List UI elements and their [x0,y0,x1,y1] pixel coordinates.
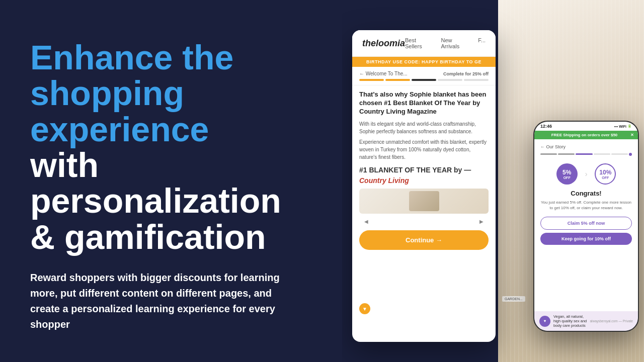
shipping-close-button[interactable]: ✕ [630,133,634,137]
phone-footer: ♥ Vegan, all natural, high quality sex a… [534,311,638,331]
tablet-content: That's also why Sophie blanket has been … [352,85,496,332]
phone-shipping-banner: FREE Shipping on orders over $50 ✕ [534,131,638,139]
reward-circle-10pct: 10% OFF [595,163,616,185]
headline-line3: with personalization [30,147,317,219]
progress-bar-4 [438,79,462,81]
reward-10pct-label: OFF [602,176,609,179]
phone-pb-5 [611,153,628,155]
nav-links: Best Sellers New Arrivals F... [405,37,486,49]
reward-5pct-label: OFF [564,176,571,179]
brand-name: loomia [376,38,405,48]
headline-line1: Enhance the [30,40,317,75]
birthday-banner: BIRTHDAY USE CODE: HAPPY BIRTHDAY TO GE [352,57,496,67]
shipping-text: FREE Shipping on orders over $50 [551,133,618,137]
scroll-left-arrow[interactable]: ◀ [364,219,368,224]
brand-logo: theloomia [362,38,405,49]
phone-signal: ▪▪▪ WiFi 🔋 [614,124,632,128]
progress-bar-1 [359,79,384,81]
footer-url: alwaysberoyal.com — Private [590,319,633,323]
phone-progress-bars [540,153,632,156]
hero-section: Enhance the shopping experience with per… [0,0,342,362]
reward-circles: 5% OFF › 10% OFF [540,163,632,185]
footer-icon-symbol: ♥ [544,319,546,323]
scroll-arrows: ◀ ▶ [359,217,489,226]
phone-back-label[interactable]: ← Our Story [540,144,632,149]
brand-prefix: the [362,38,376,48]
reward-arrow-icon: › [585,170,588,178]
nav-new-arrivals[interactable]: New Arrivals [441,37,471,49]
reward-circle-5pct: 5% OFF [556,163,578,185]
battery-icon: 🔋 [627,124,632,128]
footer-product-text: Vegan, all natural, high quality sex and… [553,314,587,328]
hero-subtitle: Reward shoppers with bigger discounts fo… [30,270,297,332]
progress-header: ← Welcome To The... Complete for 25% off [359,71,489,76]
phone-content: ← Our Story 5% OFF › [534,139,638,311]
nav-more[interactable]: F... [478,37,486,49]
phone-pb-4 [594,153,610,155]
phone-screen: 12:46 ▪▪▪ WiFi 🔋 FREE Shipping on orders… [534,122,638,331]
phone-mockup: 12:46 ▪▪▪ WiFi 🔋 FREE Shipping on orders… [533,121,639,332]
progress-bar-5 [464,79,489,81]
tablet-para1: With its elegant style and world-class c… [359,120,489,135]
keep-going-button[interactable]: Keep going for 10% off [540,233,632,245]
progress-bar-3 [412,79,436,81]
congrats-subtitle: You just earned 5% off. Complete one mor… [540,200,632,211]
scroll-right-arrow[interactable]: ▶ [479,219,484,224]
wifi-icon: WiFi [619,125,626,128]
tablet-heading: That's also why Sophie blanket has been … [359,90,489,116]
tablet-para2: Experience unmatched comfort with this b… [359,138,489,161]
congrats-title: Congrats! [540,190,632,197]
phone-pb-2 [558,153,575,155]
right-section: GARDEN... Blank... theloomia Best Seller… [342,0,644,362]
phone-time: 12:46 [540,124,552,129]
blanket-badge: #1 BLANKET OF THE YEAR by — [359,166,489,174]
garden-label: GARDEN... [502,296,525,302]
footer-brand-icon: ♥ [539,316,550,327]
tablet-navbar: theloomia Best Sellers New Arrivals F... [352,30,496,57]
progress-section: ← Welcome To The... Complete for 25% off [352,67,496,85]
headline-line4: & gamification [30,219,317,255]
progress-bar-2 [385,79,410,81]
progress-complete-label: Complete for 25% off [443,71,489,76]
blanket-image-inner [409,191,439,211]
tablet-mockup: theloomia Best Sellers New Arrivals F...… [352,30,496,342]
reward-5pct-value: 5% [562,169,571,176]
continue-button[interactable]: Continue → [359,230,489,250]
blanket-image [359,189,489,214]
main-headline: Enhance the shopping experience with per… [30,40,317,255]
scroll-down-chevron[interactable]: ▼ [359,303,370,314]
phone-status-bar: 12:46 ▪▪▪ WiFi 🔋 [534,122,638,131]
claim-button[interactable]: Claim 5% off now [540,217,632,230]
phone-pb-3 [576,153,592,155]
reward-10pct-value: 10% [599,169,611,176]
headline-line2: shopping experience [30,75,317,147]
progress-back-label[interactable]: ← Welcome To The... [359,71,408,76]
country-living-label: Country Living [359,176,489,185]
phone-pb-1 [540,153,557,155]
phone-pb-dot [629,153,632,156]
progress-bars [359,79,489,81]
nav-best-sellers[interactable]: Best Sellers [405,37,434,49]
signal-icon: ▪▪▪ [614,125,618,128]
